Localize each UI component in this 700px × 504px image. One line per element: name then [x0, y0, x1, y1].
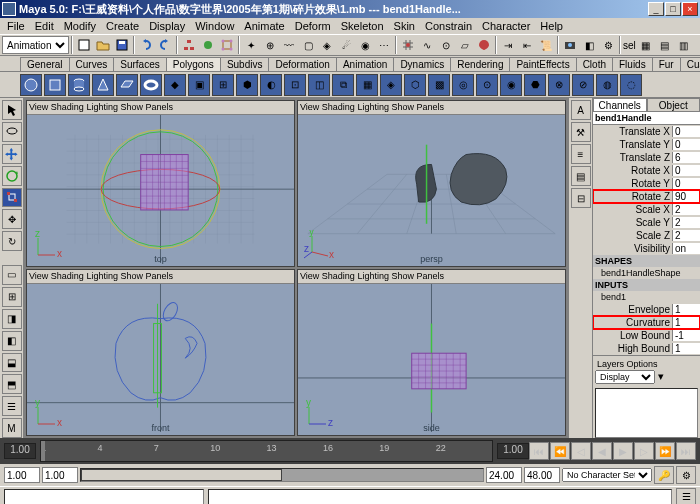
- viewport-front[interactable]: View Shading Lighting Show Panels yx fro…: [26, 269, 295, 436]
- shelf-tab-fluids[interactable]: Fluids: [612, 57, 653, 71]
- step-back-icon[interactable]: ⏪: [550, 442, 570, 460]
- attr-value[interactable]: 0: [672, 126, 700, 137]
- undo-icon[interactable]: [137, 36, 155, 54]
- poly-tool-4-icon[interactable]: ⬢: [236, 74, 258, 96]
- shelf-tab-cloth[interactable]: Cloth: [576, 57, 613, 71]
- play-back-icon[interactable]: ◀: [592, 442, 612, 460]
- four-pane-icon[interactable]: ⊞: [2, 287, 22, 307]
- attr-value[interactable]: 1: [672, 343, 700, 354]
- attr-value[interactable]: 1: [672, 317, 700, 328]
- attr-label[interactable]: Scale Y: [593, 217, 672, 228]
- mask-handle-icon[interactable]: ✦: [242, 36, 260, 54]
- last-tool-icon[interactable]: ↻: [2, 231, 22, 251]
- menu-skeleton[interactable]: Skeleton: [336, 19, 389, 33]
- snap-curve-icon[interactable]: ∿: [418, 36, 436, 54]
- attr-value[interactable]: 6: [672, 152, 700, 163]
- mask-misc-icon[interactable]: ⋯: [375, 36, 393, 54]
- menu-animate[interactable]: Animate: [239, 19, 289, 33]
- range-in-field[interactable]: [42, 467, 78, 483]
- poly-tool-13-icon[interactable]: ◎: [452, 74, 474, 96]
- viewport-persp[interactable]: View Shading Lighting Show Panels yxz pe…: [297, 100, 566, 267]
- poly-cylinder-icon[interactable]: [68, 74, 90, 96]
- snap-point-icon[interactable]: ⊙: [437, 36, 455, 54]
- select-tool-icon[interactable]: [2, 100, 22, 120]
- attr-label[interactable]: Rotate Z: [593, 191, 672, 202]
- mask-dynamics-icon[interactable]: ☄: [337, 36, 355, 54]
- maximize-button[interactable]: □: [665, 2, 681, 16]
- layout-b-icon[interactable]: ◧: [2, 331, 22, 351]
- sel-hierarchy-icon[interactable]: [180, 36, 198, 54]
- node-name[interactable]: bend1Handle: [593, 112, 700, 125]
- attr-label[interactable]: Rotate Y: [593, 178, 672, 189]
- viewport-menu[interactable]: View Shading Lighting Show Panels: [27, 270, 294, 284]
- viewport-menu[interactable]: View Shading Lighting Show Panels: [298, 270, 565, 284]
- poly-plane-icon[interactable]: [116, 74, 138, 96]
- menu-character[interactable]: Character: [477, 19, 535, 33]
- save-scene-icon[interactable]: [113, 36, 131, 54]
- attr-label[interactable]: Rotate X: [593, 165, 672, 176]
- range-out-field[interactable]: [486, 467, 522, 483]
- attr-label[interactable]: Translate X: [593, 126, 672, 137]
- open-scene-icon[interactable]: [94, 36, 112, 54]
- mask-deform-icon[interactable]: ◈: [318, 36, 336, 54]
- layers-menu[interactable]: Layers Options: [595, 358, 698, 370]
- snap-live-icon[interactable]: [475, 36, 493, 54]
- lasso-tool-icon[interactable]: [2, 122, 22, 142]
- construction-history-icon[interactable]: 📜: [537, 36, 555, 54]
- shelf-tab-deformation[interactable]: Deformation: [268, 57, 336, 71]
- poly-tool-18-icon[interactable]: ⊘: [572, 74, 594, 96]
- attr-label[interactable]: Low Bound: [593, 330, 672, 341]
- attr-label[interactable]: Scale Z: [593, 230, 672, 241]
- mask-joint-icon[interactable]: ⊕: [261, 36, 279, 54]
- attr-value[interactable]: 2: [672, 230, 700, 241]
- mask-render-icon[interactable]: ◉: [356, 36, 374, 54]
- prefs-icon[interactable]: ⚙: [676, 466, 696, 484]
- menu-display[interactable]: Display: [144, 19, 190, 33]
- outliner-icon[interactable]: ☰: [2, 396, 22, 416]
- poly-tool-12-icon[interactable]: ▩: [428, 74, 450, 96]
- attr-value[interactable]: 0: [672, 139, 700, 150]
- mask-curve-icon[interactable]: 〰: [280, 36, 298, 54]
- quick-sel-c-icon[interactable]: ▥: [675, 36, 693, 54]
- layout-d-icon[interactable]: ⬒: [2, 374, 22, 394]
- object-tab[interactable]: Object: [647, 98, 701, 112]
- poly-tool-17-icon[interactable]: ⊗: [548, 74, 570, 96]
- attr-value[interactable]: 0: [672, 165, 700, 176]
- shelf-tab-animation[interactable]: Animation: [336, 57, 394, 71]
- tool-settings-icon[interactable]: ⚒: [571, 122, 591, 142]
- quick-sel-a-icon[interactable]: ▦: [637, 36, 655, 54]
- poly-tool-1-icon[interactable]: ◆: [164, 74, 186, 96]
- menu-help[interactable]: Help: [535, 19, 568, 33]
- next-key-icon[interactable]: ▷: [634, 442, 654, 460]
- script-icon[interactable]: M: [2, 418, 22, 438]
- attr-value[interactable]: -1: [672, 330, 700, 341]
- poly-tool-7-icon[interactable]: ◫: [308, 74, 330, 96]
- mode-selector[interactable]: Animation: [2, 36, 69, 54]
- poly-tool-14-icon[interactable]: ⊙: [476, 74, 498, 96]
- channel-box-icon[interactable]: ≡: [571, 144, 591, 164]
- move-tool-icon[interactable]: [2, 144, 22, 164]
- layout-c-icon[interactable]: ⬓: [2, 353, 22, 373]
- shelf-tab-dynamics[interactable]: Dynamics: [393, 57, 451, 71]
- range-handle[interactable]: [81, 469, 282, 481]
- range-track[interactable]: [80, 468, 484, 482]
- shelf-tab-rendering[interactable]: Rendering: [450, 57, 510, 71]
- attr-label[interactable]: Envelope: [593, 304, 672, 315]
- viewport-side[interactable]: View Shading Lighting Show Panels yz sid…: [297, 269, 566, 436]
- menu-constrain[interactable]: Constrain: [420, 19, 477, 33]
- time-marker[interactable]: [41, 441, 45, 461]
- render-frame-icon[interactable]: [561, 36, 579, 54]
- minimize-button[interactable]: _: [648, 2, 664, 16]
- layer-editor-icon[interactable]: ▤: [571, 166, 591, 186]
- channels-tab[interactable]: Channels: [593, 98, 647, 112]
- poly-tool-10-icon[interactable]: ◈: [380, 74, 402, 96]
- menu-modify[interactable]: Modify: [59, 19, 101, 33]
- viewport-top[interactable]: View Shading Lighting Show Panels zx top: [26, 100, 295, 267]
- range-end-field[interactable]: [524, 467, 560, 483]
- single-pane-icon[interactable]: ▭: [2, 265, 22, 285]
- snap-plane-icon[interactable]: ▱: [456, 36, 474, 54]
- render-globals-icon[interactable]: ⚙: [599, 36, 617, 54]
- shelf-tab-custom[interactable]: Custom: [680, 57, 700, 71]
- poly-tool-5-icon[interactable]: ◐: [260, 74, 282, 96]
- ipr-render-icon[interactable]: ◧: [580, 36, 598, 54]
